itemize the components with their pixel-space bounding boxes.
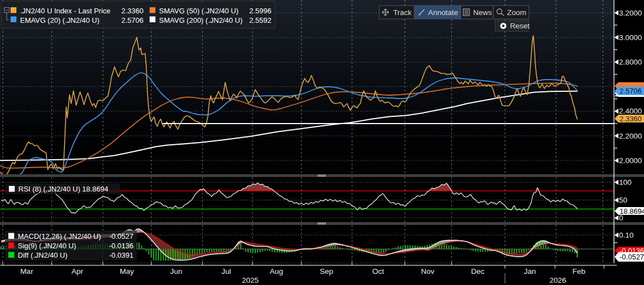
svg-text:2.5592: 2.5592 — [249, 16, 271, 24]
svg-text:2.5996: 2.5996 — [249, 7, 271, 15]
svg-text:-0.0527: -0.0527 — [620, 253, 644, 261]
svg-text:Oct: Oct — [372, 267, 384, 276]
svg-text:Aug: Aug — [270, 267, 283, 276]
svg-text:2.0000: 2.0000 — [619, 156, 642, 165]
svg-text:Mar: Mar — [20, 267, 33, 276]
svg-text:-0.0391: -0.0391 — [109, 251, 133, 259]
svg-text:Reset: Reset — [510, 22, 530, 30]
svg-text:Apr: Apr — [71, 267, 83, 276]
svg-text:May: May — [120, 267, 134, 276]
svg-text:Dec: Dec — [471, 267, 484, 276]
svg-text:2025: 2025 — [242, 276, 259, 284]
svg-text:2.2000: 2.2000 — [619, 132, 642, 140]
svg-text:RSI (8) (.JN2/40 U) 18.8694: RSI (8) (.JN2/40 U) 18.8694 — [18, 185, 108, 193]
svg-text:50: 50 — [619, 196, 627, 204]
svg-text:2.3360: 2.3360 — [121, 7, 143, 15]
svg-text:Jun: Jun — [170, 267, 182, 276]
svg-text:MACD(12,26) (.JN2/40 U): MACD(12,26) (.JN2/40 U) — [18, 232, 101, 240]
svg-text:Feb: Feb — [572, 267, 585, 276]
svg-text:Nov: Nov — [421, 267, 434, 276]
svg-text:EMAVG (20) (.JN2/40 U): EMAVG (20) (.JN2/40 U) — [20, 16, 100, 24]
svg-text:2.5706: 2.5706 — [121, 16, 143, 24]
svg-text:Jan: Jan — [524, 267, 536, 276]
svg-text:100: 100 — [619, 178, 632, 186]
svg-text:-0.0527: -0.0527 — [109, 232, 133, 240]
svg-text:2.5706: 2.5706 — [620, 87, 642, 95]
svg-text:3.2000: 3.2000 — [619, 9, 642, 17]
svg-text:Jul: Jul — [221, 267, 231, 276]
svg-text:Track: Track — [393, 8, 412, 17]
svg-text:Sig(9) (.JN2/40 U): Sig(9) (.JN2/40 U) — [18, 242, 76, 250]
svg-text:SMAVG (200) (.JN2/40 U): SMAVG (200) (.JN2/40 U) — [159, 16, 242, 24]
svg-text:Zoom: Zoom — [507, 8, 527, 17]
svg-text:2.8000: 2.8000 — [619, 58, 642, 66]
svg-text:18.8694: 18.8694 — [620, 207, 644, 215]
svg-text:News: News — [473, 8, 492, 17]
svg-text:SMAVG (50) (.JN2/40 U): SMAVG (50) (.JN2/40 U) — [159, 7, 239, 15]
svg-text:Sep: Sep — [320, 267, 333, 276]
svg-text:2.3360: 2.3360 — [620, 115, 642, 123]
svg-text:0.10: 0.10 — [619, 231, 633, 239]
svg-text:Diff (.JN2/40 U): Diff (.JN2/40 U) — [18, 251, 67, 259]
svg-text:Annotate: Annotate — [428, 8, 458, 17]
svg-text:-0.0136: -0.0136 — [109, 242, 133, 250]
svg-text:2026: 2026 — [549, 276, 566, 284]
svg-text:.JN2/40 U Index - Last Price: .JN2/40 U Index - Last Price — [20, 7, 111, 15]
svg-text:3.0000: 3.0000 — [619, 33, 642, 42]
